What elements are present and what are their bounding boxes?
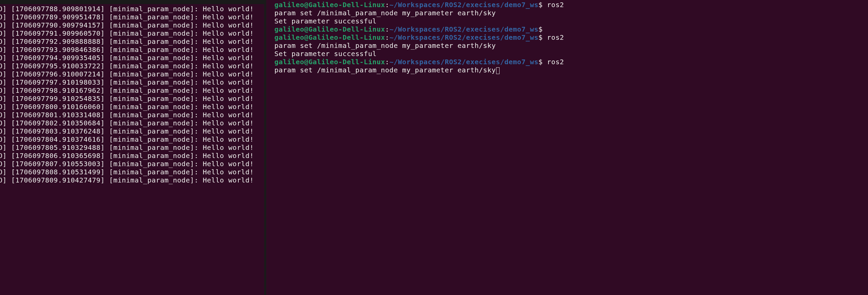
log-line: NFO] [1706097806.910365698] [minimal_par… (0, 152, 264, 160)
output-text: Set parameter successful (274, 17, 377, 25)
log-line: NFO] [1706097792.909888888] [minimal_par… (0, 37, 264, 46)
prompt-path: ~/Workspaces/ROS2/execises/demo7_ws (390, 33, 539, 41)
prompt-colon: : (385, 25, 390, 33)
prompt-dollar: $ (539, 33, 547, 41)
log-line: NFO] [1706097798.910167962] [minimal_par… (0, 86, 264, 94)
terminal-line: Set parameter successful (274, 50, 868, 58)
log-line: NFO] [1706097805.910329488] [minimal_par… (0, 143, 264, 152)
prompt-user-host: galileo@Galileo-Dell-Linux (274, 58, 385, 66)
prompt-path: ~/Workspaces/ROS2/execises/demo7_ws (390, 1, 539, 9)
log-line: NFO] [1706097799.910254835] [minimal_par… (0, 94, 264, 103)
output-text: Set parameter successful (274, 50, 377, 58)
scrollbar-right[interactable] (865, 0, 868, 295)
log-line: NFO] [1706097797.910198033] [minimal_par… (0, 78, 264, 86)
terminal-right-pane[interactable]: galileo@Galileo-Dell-Linux:~/Workspaces/… (266, 0, 868, 295)
prompt-colon: : (385, 58, 390, 66)
log-line: NFO] [1706097803.910376248] [minimal_par… (0, 127, 264, 135)
log-line: NFO] [1706097794.909935405] [minimal_par… (0, 54, 264, 62)
terminal-right-content: galileo@Galileo-Dell-Linux:~/Workspaces/… (274, 0, 868, 74)
terminal-line: param set /minimal_param_node my_paramet… (274, 9, 868, 17)
prompt-colon: : (385, 33, 390, 41)
prompt-dollar: $ (539, 1, 547, 9)
terminal-left-content: NFO] [1706097788.909801914] [minimal_par… (0, 4, 264, 184)
command-continuation: param set /minimal_param_node my_paramet… (274, 9, 496, 17)
prompt-path: ~/Workspaces/ROS2/execises/demo7_ws (390, 25, 539, 33)
terminal-line: galileo@Galileo-Dell-Linux:~/Workspaces/… (274, 1, 868, 9)
prompt-colon: : (385, 1, 390, 9)
log-line: NFO] [1706097796.910007214] [minimal_par… (0, 70, 264, 78)
terminal-line: galileo@Galileo-Dell-Linux:~/Workspaces/… (274, 25, 868, 33)
log-line: NFO] [1706097800.910166060] [minimal_par… (0, 103, 264, 111)
log-line: NFO] [1706097801.910331408] [minimal_par… (0, 111, 264, 119)
log-line: NFO] [1706097790.909794157] [minimal_par… (0, 21, 264, 29)
terminal-line: galileo@Galileo-Dell-Linux:~/Workspaces/… (274, 33, 868, 41)
terminal-left-pane[interactable]: NFO] [1706097788.909801914] [minimal_par… (0, 0, 266, 295)
log-line: NFO] [1706097808.910531499] [minimal_par… (0, 168, 264, 176)
command-text: ros2 (547, 1, 564, 9)
log-line: NFO] [1706097802.910350684] [minimal_par… (0, 119, 264, 127)
command-text: ros2 (547, 58, 564, 66)
prompt-dollar: $ (539, 25, 547, 33)
terminal-line: param set /minimal_param_node my_paramet… (274, 66, 868, 74)
command-continuation: param set /minimal_param_node my_paramet… (274, 66, 496, 74)
terminal-line: param set /minimal_param_node my_paramet… (274, 41, 868, 50)
log-line: NFO] [1706097809.910427479] [minimal_par… (0, 176, 264, 184)
prompt-dollar: $ (539, 58, 547, 66)
cursor[interactable] (496, 67, 500, 74)
terminal-line: Set parameter successful (274, 17, 868, 25)
prompt-user-host: galileo@Galileo-Dell-Linux (274, 25, 385, 33)
command-continuation: param set /minimal_param_node my_paramet… (274, 41, 496, 50)
log-line: NFO] [1706097791.909960570] [minimal_par… (0, 29, 264, 37)
command-text: ros2 (547, 33, 564, 41)
prompt-user-host: galileo@Galileo-Dell-Linux (274, 1, 385, 9)
prompt-user-host: galileo@Galileo-Dell-Linux (274, 33, 385, 41)
prompt-path: ~/Workspaces/ROS2/execises/demo7_ws (390, 58, 539, 66)
log-line: NFO] [1706097788.909801914] [minimal_par… (0, 5, 264, 13)
log-line: NFO] [1706097807.910553003] [minimal_par… (0, 160, 264, 168)
terminal-line: galileo@Galileo-Dell-Linux:~/Workspaces/… (274, 58, 868, 66)
log-line: NFO] [1706097789.909951478] [minimal_par… (0, 13, 264, 21)
log-line: NFO] [1706097804.910374616] [minimal_par… (0, 135, 264, 143)
log-line: NFO] [1706097793.909846386] [minimal_par… (0, 46, 264, 54)
log-line: NFO] [1706097795.910033722] [minimal_par… (0, 62, 264, 70)
